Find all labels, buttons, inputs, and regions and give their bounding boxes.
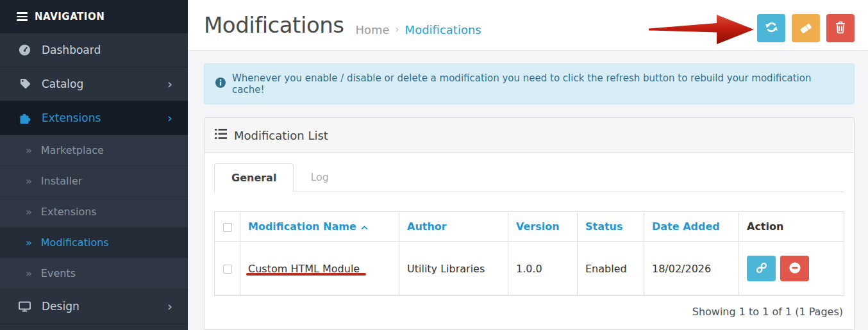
table-row: Custom HTML Module Utility Libraries 1.0… [215, 242, 844, 296]
results-text: Showing 1 to 1 of 1 (1 Pages) [214, 296, 844, 329]
breadcrumb-separator-icon: › [396, 24, 399, 35]
sidebar-item-extensions[interactable]: Extensions › [0, 101, 188, 135]
sort-version[interactable]: Version [516, 220, 560, 233]
toolbar [757, 14, 855, 42]
sidebar-header: NAVIGATION [0, 0, 188, 33]
sort-date-added[interactable]: Date Added [652, 220, 720, 233]
sidebar-item-label: Design [42, 300, 79, 313]
list-icon [215, 128, 227, 142]
double-angle-icon: » [26, 267, 32, 279]
sidebar-subitem-extensions[interactable]: » Extensions [0, 197, 188, 227]
double-angle-icon: » [26, 175, 32, 187]
table-header-row: Modification Name Author Version Status … [215, 212, 844, 242]
delete-button[interactable] [826, 14, 855, 42]
main-area: Modifications Home › Modifications [188, 0, 868, 330]
select-all-checkbox[interactable] [223, 223, 232, 232]
link-icon [755, 261, 768, 276]
refresh-button[interactable] [757, 14, 785, 42]
modification-list-panel: Modification List General Log [204, 117, 855, 330]
info-circle-icon [215, 77, 226, 91]
tags-icon [17, 78, 31, 90]
sidebar-subitem-label: Installer [41, 175, 83, 187]
tab-log[interactable]: Log [294, 163, 346, 192]
tab-general[interactable]: General [214, 163, 294, 192]
sidebar-item-design[interactable]: Design › [0, 289, 188, 324]
modification-author: Utility Libraries [399, 242, 508, 296]
sort-author[interactable]: Author [407, 220, 447, 233]
info-alert: Whenever you enable / disable or delete … [204, 63, 855, 104]
sidebar-item-label: Extensions [42, 111, 101, 124]
column-label: Modification Name [248, 220, 356, 233]
opencart-admin-page: NAVIGATION Dashboard Catalog › Extension… [0, 0, 868, 330]
sidebar-subitem-label: Events [41, 267, 76, 279]
chevron-right-icon: › [167, 78, 172, 90]
row-actions [747, 256, 809, 281]
info-alert-text: Whenever you enable / disable or delete … [232, 72, 844, 95]
breadcrumb-current[interactable]: Modifications [405, 23, 481, 37]
sidebar-subitem-label: Extensions [41, 206, 97, 218]
sidebar-subitem-label: Modifications [41, 236, 109, 249]
sidebar-subitem-events[interactable]: » Events [0, 258, 188, 289]
page-header: Modifications Home › Modifications [188, 0, 868, 51]
double-angle-icon: » [26, 144, 32, 156]
modification-table: Modification Name Author Version Status … [214, 211, 844, 296]
sidebar-item-dashboard[interactable]: Dashboard [0, 33, 188, 67]
link-button[interactable] [747, 256, 776, 281]
puzzle-icon [17, 111, 31, 125]
eraser-icon [799, 21, 813, 36]
clear-log-button[interactable] [792, 14, 820, 42]
sidebar-item-label: Dashboard [42, 44, 101, 56]
sidebar-subitem-modifications[interactable]: » Modifications [0, 227, 188, 258]
row-checkbox[interactable] [223, 265, 232, 274]
refresh-icon [765, 21, 778, 36]
monitor-icon [17, 300, 31, 313]
sidebar-subitem-installer[interactable]: » Installer [0, 166, 188, 197]
modification-version: 1.0.0 [508, 242, 578, 296]
sidebar: NAVIGATION Dashboard Catalog › Extension… [0, 0, 188, 330]
column-action: Action [739, 212, 844, 242]
modification-date-added: 18/02/2026 [644, 242, 739, 296]
sort-asc-icon [361, 220, 368, 233]
panel-title: Modification List [234, 129, 328, 142]
trash-icon [834, 21, 847, 36]
hamburger-icon [17, 12, 28, 21]
sidebar-subitem-marketplace[interactable]: » Marketplace [0, 135, 188, 166]
gauge-icon [17, 44, 31, 56]
tabs: General Log [214, 163, 844, 192]
double-angle-icon: » [26, 236, 32, 249]
breadcrumb-home[interactable]: Home [355, 23, 389, 37]
panel-heading: Modification List [204, 118, 854, 153]
content: Whenever you enable / disable or delete … [188, 51, 868, 330]
sidebar-item-catalog[interactable]: Catalog › [0, 67, 188, 101]
sort-modification-name[interactable]: Modification Name [248, 220, 368, 233]
modification-status: Enabled [578, 242, 644, 296]
chevron-right-icon: › [167, 111, 172, 124]
modification-name: Custom HTML Module [248, 263, 360, 275]
minus-circle-icon [789, 261, 801, 276]
chevron-right-icon: › [167, 300, 172, 313]
sidebar-item-label: Catalog [42, 78, 83, 90]
disable-button[interactable] [780, 256, 809, 281]
sort-status[interactable]: Status [585, 220, 623, 233]
sidebar-title: NAVIGATION [35, 11, 104, 22]
panel-body: General Log Modificatio [204, 153, 854, 329]
breadcrumb: Home › Modifications [355, 23, 481, 37]
page-title: Modifications [204, 12, 344, 38]
sidebar-bottom-strip [0, 324, 188, 330]
sidebar-subitem-label: Marketplace [41, 144, 104, 156]
double-angle-icon: » [26, 206, 32, 218]
